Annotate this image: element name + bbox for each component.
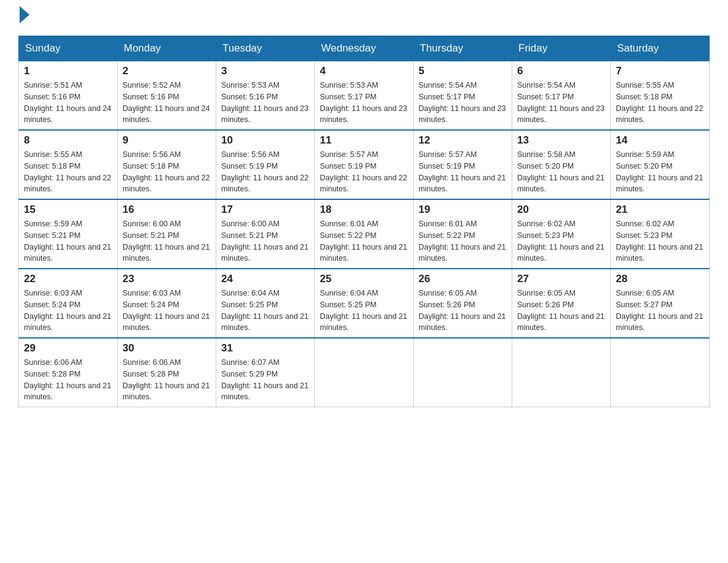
day-number: 20: [517, 204, 605, 216]
logo-arrow-icon: [20, 6, 29, 23]
weekday-header-wednesday: Wednesday: [315, 36, 414, 61]
page-header: [18, 12, 710, 23]
weekday-header-monday: Monday: [118, 36, 216, 61]
day-info: Sunrise: 6:04 AMSunset: 5:25 PMDaylight:…: [320, 288, 408, 334]
calendar-week-4: 22Sunrise: 6:03 AMSunset: 5:24 PMDayligh…: [19, 269, 710, 338]
day-info: Sunrise: 5:51 AMSunset: 5:16 PMDaylight:…: [24, 80, 112, 126]
day-number: 6: [517, 65, 605, 77]
day-number: 13: [517, 134, 605, 147]
day-info: Sunrise: 6:00 AMSunset: 5:21 PMDaylight:…: [221, 218, 309, 264]
calendar-cell: [315, 338, 414, 407]
calendar-cell: 4Sunrise: 5:53 AMSunset: 5:17 PMDaylight…: [315, 61, 414, 131]
day-info: Sunrise: 5:55 AMSunset: 5:18 PMDaylight:…: [24, 149, 112, 195]
calendar-cell: 14Sunrise: 5:59 AMSunset: 5:20 PMDayligh…: [611, 130, 710, 199]
day-number: 11: [320, 134, 408, 147]
calendar-table: SundayMondayTuesdayWednesdayThursdayFrid…: [18, 36, 710, 407]
day-number: 18: [320, 204, 408, 216]
day-info: Sunrise: 6:00 AMSunset: 5:21 PMDaylight:…: [123, 218, 211, 264]
day-info: Sunrise: 6:04 AMSunset: 5:25 PMDaylight:…: [221, 288, 309, 334]
day-info: Sunrise: 5:57 AMSunset: 5:19 PMDaylight:…: [320, 149, 408, 195]
calendar-cell: [512, 338, 611, 407]
calendar-cell: 27Sunrise: 6:05 AMSunset: 5:26 PMDayligh…: [512, 269, 611, 338]
calendar-cell: 19Sunrise: 6:01 AMSunset: 5:22 PMDayligh…: [414, 199, 512, 269]
day-info: Sunrise: 6:05 AMSunset: 5:27 PMDaylight:…: [616, 288, 704, 334]
calendar-header-row: SundayMondayTuesdayWednesdayThursdayFrid…: [19, 36, 710, 61]
calendar-cell: 2Sunrise: 5:52 AMSunset: 5:16 PMDaylight…: [118, 61, 216, 131]
day-info: Sunrise: 6:07 AMSunset: 5:29 PMDaylight:…: [221, 357, 309, 403]
calendar-cell: 16Sunrise: 6:00 AMSunset: 5:21 PMDayligh…: [118, 199, 216, 269]
day-number: 9: [123, 134, 211, 147]
calendar-cell: 3Sunrise: 5:53 AMSunset: 5:16 PMDaylight…: [216, 61, 315, 131]
day-info: Sunrise: 6:01 AMSunset: 5:22 PMDaylight:…: [320, 218, 408, 264]
calendar-cell: 17Sunrise: 6:00 AMSunset: 5:21 PMDayligh…: [216, 199, 315, 269]
day-number: 21: [616, 204, 704, 216]
day-number: 25: [320, 273, 408, 285]
weekday-header-sunday: Sunday: [19, 36, 118, 61]
calendar-cell: [414, 338, 512, 407]
calendar-cell: 22Sunrise: 6:03 AMSunset: 5:24 PMDayligh…: [19, 269, 118, 338]
day-number: 19: [419, 204, 507, 216]
calendar-cell: [611, 338, 710, 407]
day-number: 15: [24, 204, 112, 216]
calendar-cell: 24Sunrise: 6:04 AMSunset: 5:25 PMDayligh…: [216, 269, 315, 338]
day-info: Sunrise: 6:02 AMSunset: 5:23 PMDaylight:…: [517, 218, 605, 264]
weekday-header-tuesday: Tuesday: [216, 36, 315, 61]
day-info: Sunrise: 6:01 AMSunset: 5:22 PMDaylight:…: [419, 218, 507, 264]
day-info: Sunrise: 5:59 AMSunset: 5:20 PMDaylight:…: [616, 149, 704, 195]
day-number: 12: [419, 134, 507, 147]
day-info: Sunrise: 5:54 AMSunset: 5:17 PMDaylight:…: [419, 80, 507, 126]
day-number: 30: [123, 342, 211, 354]
calendar-cell: 25Sunrise: 6:04 AMSunset: 5:25 PMDayligh…: [315, 269, 414, 338]
day-number: 1: [24, 65, 112, 77]
day-info: Sunrise: 6:05 AMSunset: 5:26 PMDaylight:…: [419, 288, 507, 334]
day-number: 31: [221, 342, 309, 354]
calendar-week-2: 8Sunrise: 5:55 AMSunset: 5:18 PMDaylight…: [19, 130, 710, 199]
calendar-cell: 7Sunrise: 5:55 AMSunset: 5:18 PMDaylight…: [611, 61, 710, 131]
weekday-header-friday: Friday: [512, 36, 611, 61]
day-info: Sunrise: 6:02 AMSunset: 5:23 PMDaylight:…: [616, 218, 704, 264]
day-number: 3: [221, 65, 309, 77]
day-number: 10: [221, 134, 309, 147]
day-info: Sunrise: 6:06 AMSunset: 5:28 PMDaylight:…: [24, 357, 112, 403]
day-number: 5: [419, 65, 507, 77]
calendar-week-3: 15Sunrise: 5:59 AMSunset: 5:21 PMDayligh…: [19, 199, 710, 269]
day-number: 28: [616, 273, 704, 285]
calendar-cell: 29Sunrise: 6:06 AMSunset: 5:28 PMDayligh…: [19, 338, 118, 407]
day-number: 8: [24, 134, 112, 147]
weekday-header-saturday: Saturday: [611, 36, 710, 61]
calendar-cell: 6Sunrise: 5:54 AMSunset: 5:17 PMDaylight…: [512, 61, 611, 131]
day-number: 16: [123, 204, 211, 216]
day-info: Sunrise: 5:52 AMSunset: 5:16 PMDaylight:…: [123, 80, 211, 126]
day-info: Sunrise: 6:03 AMSunset: 5:24 PMDaylight:…: [123, 288, 211, 334]
calendar-cell: 13Sunrise: 5:58 AMSunset: 5:20 PMDayligh…: [512, 130, 611, 199]
day-info: Sunrise: 6:03 AMSunset: 5:24 PMDaylight:…: [24, 288, 112, 334]
calendar-cell: 31Sunrise: 6:07 AMSunset: 5:29 PMDayligh…: [216, 338, 315, 407]
day-info: Sunrise: 5:56 AMSunset: 5:19 PMDaylight:…: [221, 149, 309, 195]
day-info: Sunrise: 5:53 AMSunset: 5:17 PMDaylight:…: [320, 80, 408, 126]
day-info: Sunrise: 5:56 AMSunset: 5:18 PMDaylight:…: [123, 149, 211, 195]
day-number: 26: [419, 273, 507, 285]
calendar-cell: 1Sunrise: 5:51 AMSunset: 5:16 PMDaylight…: [19, 61, 118, 131]
calendar-cell: 11Sunrise: 5:57 AMSunset: 5:19 PMDayligh…: [315, 130, 414, 199]
day-number: 14: [616, 134, 704, 147]
day-info: Sunrise: 6:06 AMSunset: 5:28 PMDaylight:…: [123, 357, 211, 403]
day-number: 23: [123, 273, 211, 285]
calendar-cell: 30Sunrise: 6:06 AMSunset: 5:28 PMDayligh…: [118, 338, 216, 407]
calendar-cell: 18Sunrise: 6:01 AMSunset: 5:22 PMDayligh…: [315, 199, 414, 269]
calendar-cell: 8Sunrise: 5:55 AMSunset: 5:18 PMDaylight…: [19, 130, 118, 199]
day-number: 24: [221, 273, 309, 285]
day-number: 17: [221, 204, 309, 216]
day-info: Sunrise: 5:53 AMSunset: 5:16 PMDaylight:…: [221, 80, 309, 126]
calendar-cell: 15Sunrise: 5:59 AMSunset: 5:21 PMDayligh…: [19, 199, 118, 269]
logo: [18, 12, 29, 23]
calendar-cell: 10Sunrise: 5:56 AMSunset: 5:19 PMDayligh…: [216, 130, 315, 199]
day-number: 22: [24, 273, 112, 285]
day-number: 29: [24, 342, 112, 354]
day-number: 4: [320, 65, 408, 77]
day-info: Sunrise: 5:54 AMSunset: 5:17 PMDaylight:…: [517, 80, 605, 126]
calendar-cell: 12Sunrise: 5:57 AMSunset: 5:19 PMDayligh…: [414, 130, 512, 199]
day-info: Sunrise: 5:57 AMSunset: 5:19 PMDaylight:…: [419, 149, 507, 195]
calendar-cell: 20Sunrise: 6:02 AMSunset: 5:23 PMDayligh…: [512, 199, 611, 269]
calendar-cell: 21Sunrise: 6:02 AMSunset: 5:23 PMDayligh…: [611, 199, 710, 269]
calendar-cell: 23Sunrise: 6:03 AMSunset: 5:24 PMDayligh…: [118, 269, 216, 338]
